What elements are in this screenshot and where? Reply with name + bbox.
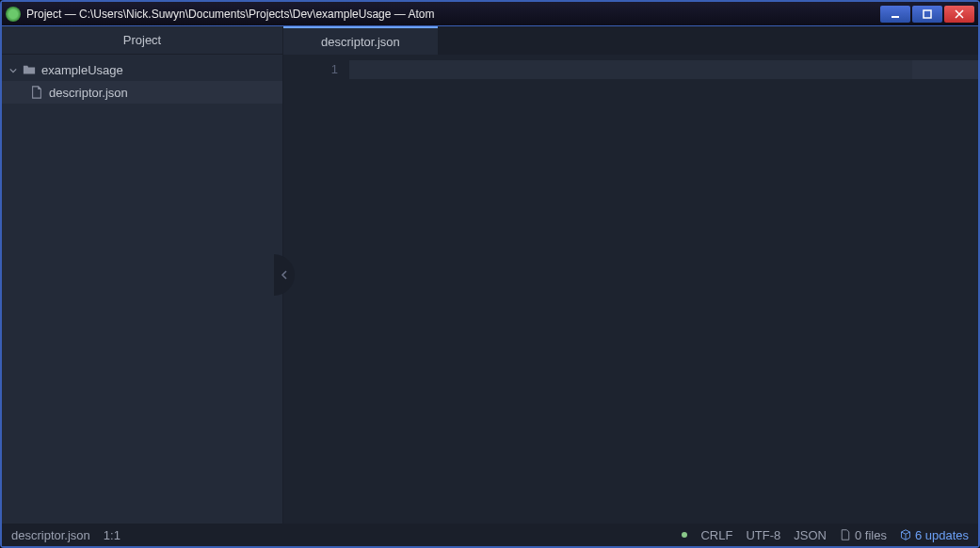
status-encoding[interactable]: UTF-8	[746, 528, 780, 542]
status-cursor-position[interactable]: 1:1	[104, 528, 120, 542]
status-git-indicator[interactable]	[682, 532, 687, 538]
tree-file-item[interactable]: descriptor.json	[2, 81, 282, 104]
svg-rect-0	[892, 16, 899, 18]
status-updates-label: 6 updates	[915, 528, 969, 542]
status-files-label: 0 files	[855, 528, 887, 542]
window-controls	[880, 6, 974, 23]
status-updates[interactable]: 6 updates	[900, 528, 969, 542]
status-filename[interactable]: descriptor.json	[11, 528, 90, 542]
editor-area: descriptor.json 1	[283, 26, 978, 524]
atom-app-icon	[6, 7, 21, 22]
status-dot-icon	[682, 532, 687, 538]
file-icon	[30, 86, 43, 99]
window-frame: Project — C:\Users\Nick.Suwyn\Documents\…	[0, 0, 980, 548]
window-title: Project — C:\Users\Nick.Suwyn\Documents\…	[26, 8, 880, 21]
tab-label: descriptor.json	[321, 35, 400, 49]
chevron-down-icon	[9, 63, 19, 77]
package-icon	[900, 529, 911, 540]
line-number: 1	[283, 60, 338, 79]
code-area[interactable]	[349, 55, 912, 524]
tree-folder-root[interactable]: exampleUsage	[2, 58, 282, 81]
sidebar-header: Project	[2, 26, 282, 55]
project-sidebar: Project exampleUsage descriptor.json	[2, 26, 283, 524]
file-tree: exampleUsage descriptor.json	[2, 55, 282, 524]
close-button[interactable]	[944, 6, 974, 23]
titlebar[interactable]: Project — C:\Users\Nick.Suwyn\Documents\…	[2, 2, 978, 26]
file-count-icon	[840, 529, 851, 540]
status-line-ending[interactable]: CRLF	[700, 528, 732, 542]
svg-rect-1	[924, 10, 931, 18]
minimize-button[interactable]	[880, 6, 910, 23]
gutter: 1	[283, 55, 349, 524]
code-line-active	[349, 60, 912, 79]
tree-file-label: descriptor.json	[49, 86, 128, 100]
status-bar: descriptor.json 1:1 CRLF UTF-8 JSON 0 fi…	[2, 524, 978, 546]
tab-bar: descriptor.json	[283, 26, 978, 55]
tree-folder-label: exampleUsage	[41, 63, 123, 77]
tab-active[interactable]: descriptor.json	[283, 26, 438, 55]
editor-content: 1	[283, 55, 978, 524]
status-language[interactable]: JSON	[794, 528, 827, 542]
folder-icon	[23, 63, 36, 76]
minimap-viewport	[912, 60, 978, 79]
maximize-button[interactable]	[912, 6, 942, 23]
app-body: Project exampleUsage descriptor.json	[2, 26, 978, 524]
minimap[interactable]	[912, 55, 978, 524]
status-files[interactable]: 0 files	[840, 528, 887, 542]
